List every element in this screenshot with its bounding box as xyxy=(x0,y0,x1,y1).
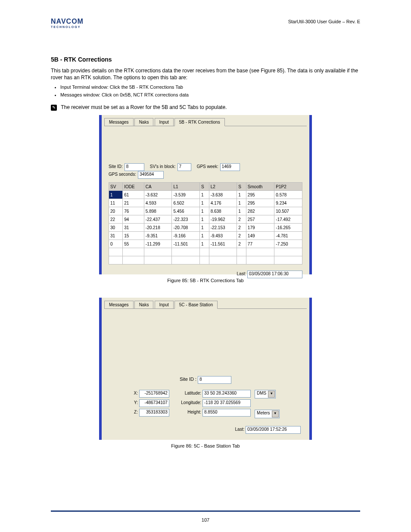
table-cell[interactable]: 2 xyxy=(237,240,246,248)
table-cell[interactable]: 30 xyxy=(109,224,123,232)
table-cell[interactable]: 1 xyxy=(200,215,209,224)
table-cell[interactable]: -20.218 xyxy=(144,224,172,232)
table-cell[interactable]: 295 xyxy=(246,191,274,199)
table-cell[interactable]: -19.962 xyxy=(209,215,237,224)
table-cell[interactable]: 1 xyxy=(237,207,246,215)
table-cell[interactable]: 5.898 xyxy=(144,207,172,215)
table-cell[interactable]: 149 xyxy=(246,232,274,240)
table-cell[interactable]: 9.234 xyxy=(274,199,302,207)
col-header[interactable]: Smooth xyxy=(246,183,274,191)
table-cell[interactable]: 94 xyxy=(123,215,144,224)
tab-input[interactable]: Input xyxy=(155,118,174,126)
table-cell[interactable]: 4.176 xyxy=(209,199,237,207)
table-row[interactable]: 3031-20.218-20.7081-22.1532179-16.265 xyxy=(109,224,302,232)
table-row[interactable]: 3115-9.351-9.1661-9.4932149-4.781 xyxy=(109,232,302,240)
table-cell[interactable]: 0.578 xyxy=(274,191,302,199)
table-cell[interactable]: 8.638 xyxy=(209,207,237,215)
tab-5c-base-station[interactable]: 5C - Base Station xyxy=(174,301,218,309)
hgt-input[interactable]: 8.8550 xyxy=(202,409,251,417)
table-cell[interactable]: 1 xyxy=(200,232,209,240)
z-input[interactable]: 353183303 xyxy=(139,409,169,417)
table-cell[interactable]: 257 xyxy=(246,215,274,224)
unit-select[interactable]: Meters▼ xyxy=(255,410,280,418)
table-row[interactable]: 20765.8985.45618.638128210.507 xyxy=(109,207,302,215)
rtk-corrections-table[interactable]: SVIODECAL1SL2SSmoothP1P2 161-3.632-3.539… xyxy=(109,182,302,264)
table-cell[interactable]: 1 xyxy=(200,199,209,207)
table-cell[interactable]: 11 xyxy=(109,199,123,207)
table-cell[interactable]: -9.351 xyxy=(144,232,172,240)
table-row[interactable]: 055-11.299-11.5011-11.561277-7.250 xyxy=(109,240,302,248)
table-cell[interactable]: 4.593 xyxy=(144,199,172,207)
last-value-5b[interactable]: 03/05/2008 17:06:30 xyxy=(247,271,302,278)
table-cell[interactable]: 10.507 xyxy=(274,207,302,215)
y-input[interactable]: -486734107 xyxy=(139,399,169,407)
table-cell[interactable]: 20 xyxy=(109,207,123,215)
table-cell[interactable]: 1 xyxy=(200,224,209,232)
table-cell[interactable]: -11.561 xyxy=(209,240,237,248)
table-cell[interactable]: 15 xyxy=(123,232,144,240)
table-cell[interactable]: -22.153 xyxy=(209,224,237,232)
table-cell[interactable]: -3.638 xyxy=(209,191,237,199)
col-header[interactable]: L2 xyxy=(209,183,237,191)
table-cell[interactable]: 5.456 xyxy=(172,207,200,215)
table-cell[interactable]: 55 xyxy=(123,240,144,248)
lat-input[interactable]: 33 50 28.243360 xyxy=(202,390,251,398)
table-cell[interactable]: -7.250 xyxy=(274,240,302,248)
table-cell[interactable]: -4.781 xyxy=(274,232,302,240)
table-cell[interactable]: -22.323 xyxy=(172,215,200,224)
lon-input[interactable]: -118 20 37.025569 xyxy=(202,399,251,407)
table-row[interactable]: 11214.5936.50214.17612959.234 xyxy=(109,199,302,207)
table-cell[interactable]: 61 xyxy=(123,191,144,199)
table-cell[interactable]: 2 xyxy=(237,215,246,224)
tab-naks-5c[interactable]: Naks xyxy=(134,301,154,308)
col-header[interactable]: P1P2 xyxy=(274,183,302,191)
table-cell[interactable]: 22 xyxy=(109,215,123,224)
table-cell[interactable]: 0 xyxy=(109,240,123,248)
table-cell[interactable]: -9.166 xyxy=(172,232,200,240)
table-cell[interactable]: -17.492 xyxy=(274,215,302,224)
table-cell[interactable]: 21 xyxy=(123,199,144,207)
table-cell[interactable]: 31 xyxy=(123,224,144,232)
table-cell[interactable]: 1 xyxy=(237,191,246,199)
tab-5b-rtk-corrections[interactable]: 5B - RTK Corrections xyxy=(174,118,225,126)
table-cell[interactable]: 1 xyxy=(109,191,123,199)
table-cell[interactable]: 282 xyxy=(246,207,274,215)
col-header[interactable]: SV xyxy=(109,183,123,191)
table-cell[interactable]: 2 xyxy=(237,224,246,232)
col-header[interactable]: S xyxy=(200,183,209,191)
table-cell[interactable]: 77 xyxy=(246,240,274,248)
table-cell[interactable]: 2 xyxy=(237,232,246,240)
tab-messages-5c[interactable]: Messages xyxy=(104,301,134,308)
table-cell[interactable]: -3.539 xyxy=(172,191,200,199)
table-row[interactable]: 2294-22.437-22.3231-19.9622257-17.492 xyxy=(109,215,302,224)
table-cell[interactable]: 76 xyxy=(123,207,144,215)
site-id-input[interactable]: 8 xyxy=(125,163,144,171)
tab-input-5c[interactable]: Input xyxy=(155,301,174,308)
table-row[interactable]: 161-3.632-3.5391-3.63812950.578 xyxy=(109,191,302,199)
format-select[interactable]: DMS▼ xyxy=(255,390,276,398)
tab-messages[interactable]: Messages xyxy=(104,118,134,126)
col-header[interactable]: S xyxy=(237,183,246,191)
gps-week-input[interactable]: 1469 xyxy=(220,163,240,171)
table-cell[interactable]: 1 xyxy=(200,191,209,199)
table-cell[interactable]: -11.299 xyxy=(144,240,172,248)
col-header[interactable]: CA xyxy=(144,183,172,191)
table-cell[interactable]: -9.493 xyxy=(209,232,237,240)
gps-sec-input[interactable]: 349584 xyxy=(138,171,164,179)
table-cell[interactable]: 1 xyxy=(200,240,209,248)
table-cell[interactable]: -16.265 xyxy=(274,224,302,232)
col-header[interactable]: IODE xyxy=(123,183,144,191)
tab-naks[interactable]: Naks xyxy=(134,118,154,126)
table-cell[interactable]: 295 xyxy=(246,199,274,207)
sv-block-input[interactable]: 7 xyxy=(177,163,191,171)
site-id-input-5c[interactable]: 8 xyxy=(198,376,231,384)
x-input[interactable]: -251768942 xyxy=(139,390,169,398)
table-cell[interactable]: -11.501 xyxy=(172,240,200,248)
table-cell[interactable]: -20.708 xyxy=(172,224,200,232)
table-cell[interactable]: -22.437 xyxy=(144,215,172,224)
table-cell[interactable]: 6.502 xyxy=(172,199,200,207)
table-cell[interactable]: 31 xyxy=(109,232,123,240)
table-cell[interactable]: -3.632 xyxy=(144,191,172,199)
table-cell[interactable]: 1 xyxy=(200,207,209,215)
last-value-5c[interactable]: 03/05/2008 17:52:26 xyxy=(246,426,301,434)
